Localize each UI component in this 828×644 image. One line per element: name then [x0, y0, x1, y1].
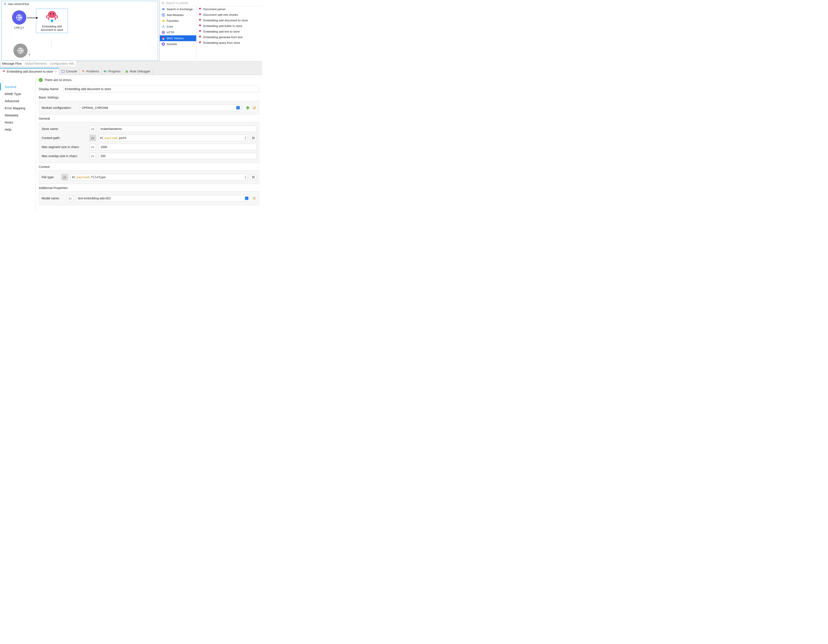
tab-configuration-xml[interactable]: Configuration XML: [50, 62, 75, 65]
canvas-tabs: Message Flow Global Elements Configurati…: [1, 61, 76, 66]
close-icon[interactable]: ×: [55, 70, 57, 73]
properties-sidebar: GeneralMIME TypeAdvancedError MappingMet…: [0, 75, 36, 210]
palette-category-http[interactable]: HTTP: [160, 30, 196, 35]
display-name-input[interactable]: [63, 86, 259, 92]
section-basic-settings: Basic Settings: [39, 94, 259, 100]
svg-point-56: [126, 71, 128, 73]
module-config-label: Module configuration:: [42, 106, 77, 110]
palette-operation[interactable]: Embedding add folder to store: [196, 23, 262, 29]
svg-point-2: [50, 13, 51, 14]
chevron-down-icon[interactable]: ⌄: [236, 106, 240, 110]
tab-progress[interactable]: Progress: [102, 68, 123, 75]
palette-operation[interactable]: Embedding add document to store: [196, 17, 262, 23]
palette-operation[interactable]: Document parser: [196, 6, 262, 12]
octopus-icon: [198, 30, 202, 33]
refresh-button[interactable]: [252, 196, 256, 201]
svg-rect-18: [163, 43, 164, 45]
fx-toggle[interactable]: ƒx: [89, 153, 96, 159]
svg-point-20: [163, 44, 164, 44]
fx-toggle[interactable]: ƒx: [89, 135, 96, 141]
svg-point-46: [199, 42, 200, 42]
sidebar-item-metadata[interactable]: Metadata: [0, 112, 36, 119]
http-icon: [162, 31, 165, 34]
problems-icon: [82, 70, 85, 73]
palette-category-mac-vectors[interactable]: MAC Vectors: [160, 35, 196, 41]
sidebar-item-notes[interactable]: Notes: [0, 119, 36, 126]
flow-node-response[interactable]: [5, 44, 36, 59]
svg-rect-36: [199, 26, 201, 27]
add-config-button[interactable]: [246, 106, 250, 110]
palette-category-favorites[interactable]: Favorites: [160, 18, 196, 24]
palette-category-core[interactable]: Core: [160, 24, 196, 30]
flow-node-listener[interactable]: Listener: [4, 10, 34, 29]
fx-toggle[interactable]: ƒx: [89, 144, 96, 150]
palette-category-search-in-exchange-[interactable]: Search in Exchange..: [160, 6, 196, 12]
properties-main: ✓ There are no errors. Display Name: Bas…: [36, 75, 262, 210]
plus-circle-icon: [162, 13, 165, 17]
palette-operation[interactable]: Embedding query from store: [196, 40, 262, 45]
tab-properties[interactable]: Embedding add document to store ×: [0, 68, 59, 75]
svg-point-38: [199, 31, 200, 31]
test-connection-button[interactable]: [250, 135, 256, 141]
status-bar: ✓ There are no errors.: [39, 78, 259, 85]
file-type-input[interactable]: #[ payload.fileType ]: [71, 174, 248, 180]
sidebar-item-advanced[interactable]: Advanced: [0, 97, 36, 105]
edit-config-button[interactable]: [252, 106, 256, 110]
fx-toggle[interactable]: ƒx: [67, 195, 73, 202]
octopus-icon: [198, 7, 202, 11]
sidebar-item-general[interactable]: General: [0, 83, 36, 90]
module-config-select[interactable]: [80, 105, 241, 111]
star-icon: [162, 19, 165, 23]
collapse-icon[interactable]: ▼: [4, 2, 6, 6]
max-overlap-input[interactable]: [99, 153, 256, 159]
sidebar-item-error-mapping[interactable]: Error Mapping: [0, 105, 36, 112]
svg-rect-51: [61, 70, 64, 72]
svg-point-15: [164, 37, 164, 38]
svg-point-42: [199, 36, 200, 37]
max-segment-input[interactable]: [99, 144, 256, 150]
palette-search[interactable]: [160, 0, 262, 6]
flow-canvas[interactable]: ▼ mac-vectorsFlow Listener: [0, 0, 160, 61]
node-label: Embedding add document to store: [37, 25, 67, 32]
fx-toggle[interactable]: ƒx: [89, 125, 96, 132]
sidebar-item-help[interactable]: Help: [0, 126, 36, 133]
model-name-select[interactable]: [76, 195, 249, 202]
svg-rect-16: [163, 39, 164, 40]
chevron-down-icon[interactable]: ⌄: [245, 197, 248, 200]
test-connection-button[interactable]: [250, 174, 256, 180]
palette-categories: Search in Exchange..Add ModulesFavorites…: [160, 6, 196, 61]
octopus-icon: [43, 10, 61, 24]
fx-toggle[interactable]: ƒx: [61, 174, 68, 180]
exchange-icon: [162, 7, 165, 11]
svg-point-53: [83, 71, 85, 72]
palette-category-sockets[interactable]: Sockets: [160, 41, 196, 47]
flow-title[interactable]: ▼ mac-vectorsFlow: [2, 1, 158, 7]
sidebar-item-mime-type[interactable]: MIME Type: [0, 90, 36, 97]
palette-operation[interactable]: Embedding add text to store: [196, 29, 262, 34]
palette-search-input[interactable]: [166, 1, 260, 5]
context-path-input[interactable]: #[ payload.path ]: [99, 135, 248, 141]
svg-point-14: [163, 37, 163, 38]
palette-operation[interactable]: Embedding generate from text: [196, 34, 262, 40]
svg-point-22: [199, 8, 200, 9]
globe-icon: [13, 44, 28, 58]
svg-point-35: [200, 25, 201, 25]
tab-mule-debugger[interactable]: Mule Debugger: [123, 68, 153, 75]
svg-rect-44: [199, 37, 201, 38]
svg-point-8: [162, 2, 164, 4]
svg-rect-32: [199, 20, 201, 22]
tab-message-flow[interactable]: Message Flow: [2, 62, 22, 65]
tab-console[interactable]: Console: [59, 68, 79, 75]
flow-node-embedding-add-doc[interactable]: Embedding add document to store: [36, 9, 68, 33]
svg-point-3: [53, 13, 54, 14]
tab-global-elements[interactable]: Global Elements: [25, 62, 47, 65]
palette-operation[interactable]: Document split into chunks: [196, 12, 262, 17]
svg-point-27: [200, 14, 201, 14]
bidirectional-icon: [19, 26, 24, 30]
tab-problems[interactable]: Problems: [80, 68, 102, 75]
palette-category-add-modules[interactable]: Add Modules: [160, 12, 196, 18]
store-name-input[interactable]: [99, 125, 256, 132]
palette-operations: Document parserDocument split into chunk…: [196, 6, 262, 61]
context-path-label: Context path:: [42, 136, 87, 139]
core-icon: [162, 25, 165, 28]
